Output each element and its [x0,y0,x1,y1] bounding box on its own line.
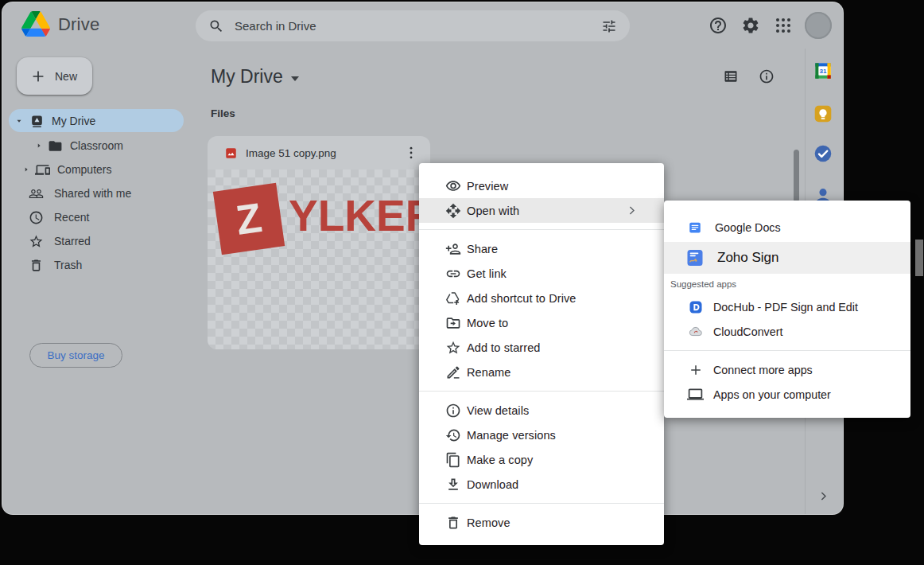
shared-people-icon [29,186,44,201]
sidebar-item-recent[interactable]: Recent [2,205,193,229]
app-name: Drive [58,14,99,35]
menu-item-download[interactable]: Download [419,472,664,497]
page-title-my-drive[interactable]: My Drive [211,66,299,88]
open-with-icon [445,203,461,219]
dochub-icon [689,300,703,314]
submenu-chevron-right-icon [625,204,639,217]
file-card[interactable]: Image 51 copy.png Z YLKER [208,136,430,349]
cloudconvert-icon [688,324,704,340]
search-bar[interactable]: Search in Drive [196,10,630,41]
menu-divider [419,503,664,504]
submenu-item-cloudconvert[interactable]: CloudConvert [664,319,910,344]
side-panel-expand-chevron-icon[interactable] [817,489,830,503]
search-placeholder: Search in Drive [235,19,316,33]
menu-item-manage-versions[interactable]: Manage versions [419,423,664,447]
menu-item-add-shortcut[interactable]: Add shortcut to Drive [419,286,664,310]
screenshot-canvas: Drive Search in Drive New My Drive Class… [0,0,924,565]
google-calendar-icon[interactable] [813,60,833,81]
image-file-type-icon [225,147,237,159]
trash-icon [445,515,461,531]
google-keep-icon[interactable] [813,103,833,124]
copy-icon [445,452,461,468]
menu-divider [419,391,664,392]
expand-caret-right-icon[interactable] [35,142,43,150]
open-with-submenu: Google Docs Zoho Sign Suggested apps Doc… [664,201,910,418]
share-person-add-icon [445,241,461,257]
file-name: Image 51 copy.png [246,147,336,159]
menu-item-make-a-copy[interactable]: Make a copy [419,447,664,472]
submenu-item-dochub[interactable]: DocHub - PDF Sign and Edit [664,294,910,319]
files-section-label: Files [211,107,235,119]
menu-item-rename[interactable]: Rename [419,360,664,384]
search-options-icon[interactable] [601,18,617,34]
link-icon [445,266,461,282]
zylker-logo-z-square: Z [213,183,285,255]
sidebar-item-computers[interactable]: Computers [2,158,193,181]
rename-pencil-icon [445,364,461,380]
submenu-item-google-docs[interactable]: Google Docs [664,213,910,242]
expand-caret-down-icon[interactable] [15,117,23,125]
menu-item-move-to[interactable]: Move to [419,310,664,335]
sidebar-item-my-drive[interactable]: My Drive [2,109,193,133]
preview-eye-icon [445,178,461,194]
menu-item-get-link[interactable]: Get link [419,261,664,286]
star-icon [445,340,461,356]
plus-icon [30,68,46,84]
menu-item-preview[interactable]: Preview [419,173,664,198]
avatar[interactable] [805,12,832,39]
download-icon [445,477,461,493]
zylker-logo-text: YLKER [289,190,430,241]
suggested-apps-label: Suggested apps [664,274,910,294]
drive-logo-icon [21,11,50,37]
menu-item-add-to-starred[interactable]: Add to starred [419,335,664,360]
star-icon [29,234,44,249]
file-thumbnail: Z YLKER [208,170,430,349]
laptop-icon [687,386,704,403]
page-scrollbar-thumb[interactable] [915,240,923,276]
menu-item-view-details[interactable]: View details [419,398,664,423]
settings-gear-icon[interactable] [741,16,760,35]
google-tasks-icon[interactable] [813,143,833,164]
history-clock-icon [445,427,461,443]
sidebar-item-shared-with-me[interactable]: Shared with me [2,181,193,205]
add-shortcut-drive-icon [445,290,461,306]
menu-divider [664,350,910,351]
buy-storage-label: Buy storage [47,349,104,361]
menu-item-share[interactable]: Share [419,236,664,261]
sidebar-item-classroom[interactable]: Classroom [2,134,193,158]
my-drive-icon [29,114,45,129]
new-button-label: New [55,70,77,83]
content-scrollbar-thumb[interactable] [794,150,799,202]
computers-icon [35,162,50,177]
search-icon [208,18,224,34]
expand-caret-right-icon[interactable] [22,166,30,173]
submenu-item-connect-more-apps[interactable]: Connect more apps [664,357,910,382]
help-icon[interactable] [709,16,728,35]
menu-divider [419,229,664,230]
sidebar-item-trash[interactable]: Trash [2,253,193,277]
submenu-item-apps-on-your-computer[interactable]: Apps on your computer [664,382,910,407]
menu-item-remove[interactable]: Remove [419,510,664,535]
info-icon [445,403,461,419]
view-details-info-icon[interactable] [759,68,775,84]
buy-storage-button[interactable]: Buy storage [29,343,122,368]
title-caret-down-icon [291,76,299,81]
file-context-menu: Preview Open with Share Get link Add sho… [419,163,664,545]
submenu-item-zoho-sign[interactable]: Zoho Sign [664,242,910,274]
move-folder-icon [445,315,461,331]
google-docs-icon [688,220,702,235]
new-button[interactable]: New [17,57,92,95]
plus-icon [689,363,703,377]
file-card-header: Image 51 copy.png [208,136,430,170]
menu-item-open-with[interactable]: Open with [419,198,664,223]
clock-icon [29,210,44,225]
sidebar-item-starred[interactable]: Starred [2,229,193,253]
zoho-sign-icon [685,248,705,267]
trash-icon [29,258,44,273]
google-apps-grid-icon[interactable] [774,16,793,35]
folder-icon [48,138,63,154]
file-more-options-icon[interactable] [403,145,419,161]
list-view-toggle-icon[interactable] [723,68,739,84]
